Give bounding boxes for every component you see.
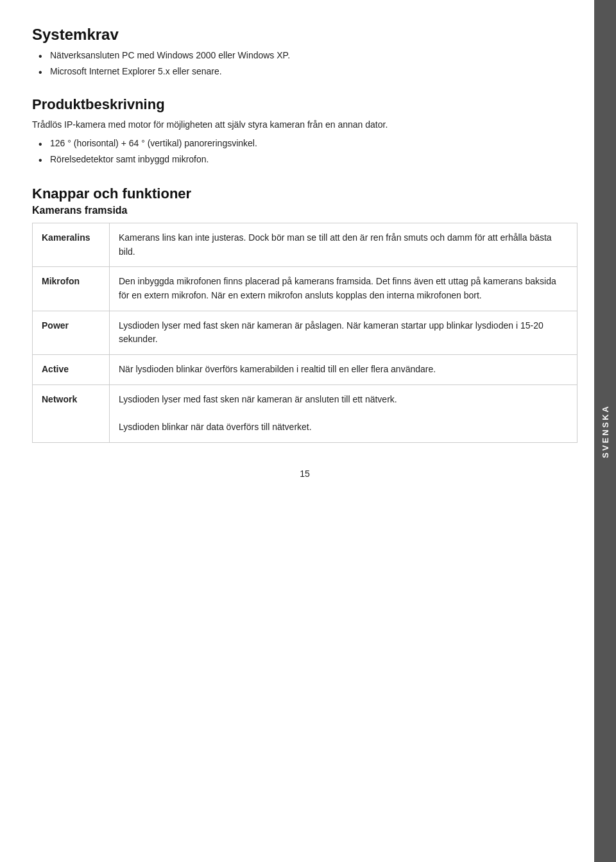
table-row: MikrofonDen inbyggda mikrofonen finns pl… [33, 267, 578, 311]
table-cell-label: Power [33, 311, 110, 354]
page-number: 15 [32, 469, 578, 479]
table-cell-label: Kameralins [33, 223, 110, 267]
table-cell-description: Lysdioden lyser med fast sken när kamera… [110, 311, 578, 354]
list-item: Microsoft Internet Explorer 5.x eller se… [38, 65, 578, 78]
table-cell-description: Kamerans lins kan inte justeras. Dock bö… [110, 223, 578, 267]
table-row: PowerLysdioden lyser med fast sken när k… [33, 311, 578, 354]
table-row: NetworkLysdioden lyser med fast sken när… [33, 384, 578, 442]
table-cell-label: Mikrofon [33, 267, 110, 311]
produktbeskrivning-title: Produktbeskrivning [32, 96, 578, 113]
sidebar-label-text: SVENSKA [601, 404, 610, 458]
systemkrav-section: Systemkrav Nätverksansluten PC med Windo… [32, 26, 578, 78]
produktbeskrivning-section: Produktbeskrivning Trådlös IP-kamera med… [32, 96, 578, 166]
produktbeskrivning-description: Trådlös IP-kamera med motor för möjlighe… [32, 118, 578, 132]
list-item: Nätverksansluten PC med Windows 2000 ell… [38, 49, 578, 62]
list-item: Rörelsedetektor samt inbyggd mikrofon. [38, 153, 578, 166]
sidebar-language-label: SVENSKA [594, 0, 616, 862]
table-row: ActiveNär lysdioden blinkar överförs kam… [33, 355, 578, 385]
systemkrav-list: Nätverksansluten PC med Windows 2000 ell… [32, 49, 578, 78]
list-item: 126 ° (horisontal) + 64 ° (vertikal) pan… [38, 137, 578, 150]
produktbeskrivning-list: 126 ° (horisontal) + 64 ° (vertikal) pan… [32, 137, 578, 166]
table-cell-description: Lysdioden lyser med fast sken när kamera… [110, 384, 578, 442]
kamerans-subtitle: Kamerans framsida [32, 205, 578, 216]
functions-table: KameralinsKamerans lins kan inte justera… [32, 223, 578, 443]
knappar-title: Knappar och funktioner [32, 185, 578, 202]
table-row: KameralinsKamerans lins kan inte justera… [33, 223, 578, 267]
table-cell-description: När lysdioden blinkar överförs kamerabil… [110, 355, 578, 385]
systemkrav-title: Systemkrav [32, 26, 578, 44]
table-cell-description: Den inbyggda mikrofonen finns placerad p… [110, 267, 578, 311]
table-cell-label: Active [33, 355, 110, 385]
knappar-section: Knappar och funktioner Kamerans framsida… [32, 185, 578, 443]
table-cell-label: Network [33, 384, 110, 442]
